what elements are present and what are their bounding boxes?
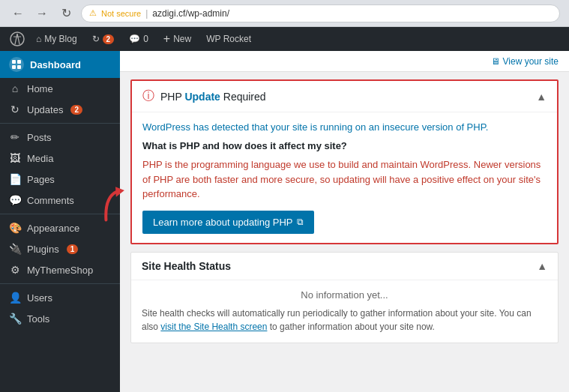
view-site-link[interactable]: 🖥 View your site xyxy=(491,56,559,67)
myblog-label: My Blog xyxy=(44,34,76,44)
media-icon: 🖼 xyxy=(9,152,21,164)
site-health-header: Site Health Status ▲ xyxy=(131,253,558,280)
sidebar-users-label: Users xyxy=(27,292,52,304)
wprocket-label: WP Rocket xyxy=(206,34,251,44)
comments-icon: 💬 xyxy=(129,34,140,44)
admin-bar-wprocket[interactable]: WP Rocket xyxy=(199,27,259,51)
content-area: 🖥 View your site ⓘ PHP Update Required ▲… xyxy=(120,51,569,392)
site-health-body: No information yet... Site health checks… xyxy=(131,280,558,343)
sidebar-appearance-label: Appearance xyxy=(27,223,79,234)
lock-icon: ⚠ xyxy=(89,8,97,18)
view-site-label: View your site xyxy=(503,56,559,67)
wp-admin-bar: ⌂ My Blog ↻ 2 💬 0 + New WP Rocket xyxy=(0,27,569,51)
warning-icon: ⓘ xyxy=(142,88,154,104)
content-inner: ⓘ PHP Update Required ▲ WordPress has de… xyxy=(120,72,569,351)
sidebar-item-users[interactable]: 👤 Users xyxy=(0,287,120,308)
house-icon: ⌂ xyxy=(36,34,41,44)
not-secure-label: Not secure xyxy=(101,9,141,18)
php-update-title: ⓘ PHP Update Required xyxy=(142,88,266,104)
sidebar-item-comments[interactable]: 💬 Comments xyxy=(0,190,120,211)
pages-icon: 📄 xyxy=(9,173,21,185)
new-label: New xyxy=(173,34,191,44)
admin-bar-comments[interactable]: 💬 0 xyxy=(121,27,156,51)
dashboard-icon xyxy=(9,57,24,72)
plus-icon: + xyxy=(163,32,170,46)
svg-rect-4 xyxy=(17,65,21,69)
sidebar-item-media[interactable]: 🖼 Media xyxy=(0,148,120,169)
updates-badge: 2 xyxy=(70,105,82,115)
refresh-button[interactable]: ↻ xyxy=(57,4,75,22)
view-site-bar: 🖥 View your site xyxy=(120,51,569,72)
php-update-header: ⓘ PHP Update Required ▲ xyxy=(132,81,557,112)
svg-rect-1 xyxy=(12,60,16,64)
address-text: azdigi.cf/wp-admin/ xyxy=(152,8,229,19)
dashboard-label: Dashboard xyxy=(30,59,81,70)
php-update-box: ⓘ PHP Update Required ▲ WordPress has de… xyxy=(130,79,559,244)
sidebar-item-appearance[interactable]: 🎨 Appearance xyxy=(0,217,120,238)
site-health-collapse-icon[interactable]: ▲ xyxy=(537,260,547,272)
main-layout: Dashboard ⌂ Home ↻ Updates 2 ✏ Posts 🖼 M… xyxy=(0,51,569,392)
sidebar-dashboard[interactable]: Dashboard xyxy=(0,51,120,78)
back-button[interactable]: ← xyxy=(9,4,27,22)
sidebar-posts-label: Posts xyxy=(27,132,52,143)
sidebar-mythemeshop-label: MyThemeShop xyxy=(27,265,93,276)
sidebar-divider-3 xyxy=(0,283,120,284)
sidebar-divider-2 xyxy=(0,214,120,214)
learn-php-label: Learn more about updating PHP xyxy=(153,217,292,228)
admin-bar-updates[interactable]: ↻ 2 xyxy=(85,27,122,51)
forward-button[interactable]: → xyxy=(33,4,51,22)
comments-sidebar-icon: 💬 xyxy=(9,194,21,206)
learn-php-button[interactable]: Learn more about updating PHP ⧉ xyxy=(142,211,314,234)
home-icon: ⌂ xyxy=(9,82,21,94)
sidebar-media-label: Media xyxy=(27,153,53,164)
comments-count: 0 xyxy=(143,34,148,44)
sidebar-tools-label: Tools xyxy=(27,313,49,325)
appearance-icon: 🎨 xyxy=(9,222,21,234)
mythemeshop-icon: ⚙ xyxy=(9,264,21,276)
sidebar-item-plugins[interactable]: 🔌 Plugins 1 xyxy=(0,238,120,259)
plugins-icon: 🔌 xyxy=(9,243,21,255)
sidebar-comments-label: Comments xyxy=(27,195,74,206)
svg-rect-2 xyxy=(17,60,21,64)
sidebar-updates-label: Updates xyxy=(27,104,63,115)
admin-bar-new[interactable]: + New xyxy=(156,27,199,51)
php-question: What is PHP and how does it affect my si… xyxy=(142,140,547,151)
sidebar-item-updates[interactable]: ↻ Updates 2 xyxy=(0,99,120,120)
tools-icon: 🔧 xyxy=(9,313,21,325)
sidebar-item-tools[interactable]: 🔧 Tools xyxy=(0,308,120,329)
no-info-text: No information yet... xyxy=(142,289,547,301)
site-health-title: Site Health Status xyxy=(142,260,231,272)
sidebar-pages-label: Pages xyxy=(27,174,55,185)
sidebar-item-mythemeshop[interactable]: ⚙ MyThemeShop xyxy=(0,259,120,280)
sidebar-item-pages[interactable]: 📄 Pages xyxy=(0,169,120,190)
wp-logo[interactable] xyxy=(6,27,28,51)
updates-count: 2 xyxy=(103,34,115,44)
plugins-badge: 1 xyxy=(67,244,79,254)
health-description: Site health checks will automatically ru… xyxy=(142,307,547,334)
sidebar-home-label: Home xyxy=(27,83,53,94)
monitor-icon: 🖥 xyxy=(491,56,500,67)
php-description: PHP is the programming language we use t… xyxy=(142,157,547,202)
address-bar[interactable]: ⚠ Not secure | azdigi.cf/wp-admin/ xyxy=(81,4,560,22)
sidebar-item-posts[interactable]: ✏ Posts xyxy=(0,127,120,148)
php-title-text: PHP Update Required xyxy=(160,91,266,103)
updates-sidebar-icon: ↻ xyxy=(9,103,21,115)
browser-bar: ← → ↻ ⚠ Not secure | azdigi.cf/wp-admin/ xyxy=(0,0,569,27)
external-link-icon: ⧉ xyxy=(297,217,304,227)
sidebar-plugins-label: Plugins xyxy=(27,244,59,255)
sidebar-item-home[interactable]: ⌂ Home xyxy=(0,78,120,99)
updates-icon: ↻ xyxy=(92,34,100,44)
php-detected-text: WordPress has detected that your site is… xyxy=(142,121,547,133)
php-update-body: WordPress has detected that your site is… xyxy=(132,112,557,243)
sidebar: Dashboard ⌂ Home ↻ Updates 2 ✏ Posts 🖼 M… xyxy=(0,51,120,392)
svg-rect-3 xyxy=(12,65,16,69)
admin-bar-myblog[interactable]: ⌂ My Blog xyxy=(28,27,85,51)
php-collapse-icon[interactable]: ▲ xyxy=(536,91,547,103)
site-health-box: Site Health Status ▲ No information yet.… xyxy=(130,252,559,343)
sidebar-divider-1 xyxy=(0,123,120,124)
posts-icon: ✏ xyxy=(9,131,21,143)
users-icon: 👤 xyxy=(9,292,21,304)
site-health-link[interactable]: visit the Site Health screen xyxy=(160,322,267,332)
health-desc-after: to gather information about your site no… xyxy=(267,322,434,332)
